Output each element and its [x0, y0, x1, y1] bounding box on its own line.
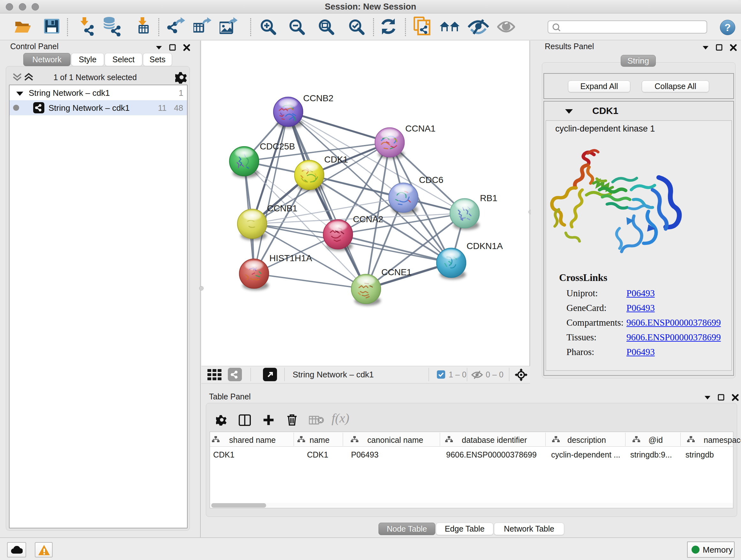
svg-text:CDKN1A: CDKN1A: [467, 241, 503, 251]
svg-text:HIST1H1A: HIST1H1A: [269, 253, 312, 263]
svg-text:CDC6: CDC6: [419, 175, 443, 185]
svg-text:CCNB2: CCNB2: [303, 93, 333, 103]
svg-text:CCNE1: CCNE1: [381, 267, 412, 277]
svg-text:CDC25B: CDC25B: [260, 141, 295, 151]
svg-text:CCNA2: CCNA2: [353, 214, 383, 224]
svg-text:CCNB1: CCNB1: [267, 203, 297, 213]
svg-text:CDK1: CDK1: [324, 154, 348, 165]
svg-text:CCNA1: CCNA1: [405, 124, 435, 133]
svg-text:RB1: RB1: [480, 193, 497, 203]
